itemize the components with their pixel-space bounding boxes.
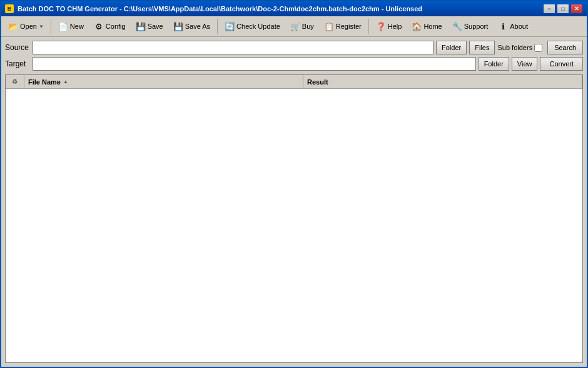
title-bar-left: B Batch DOC TO CHM Generator - C:\Users\… [5, 4, 422, 13]
separator-2 [217, 19, 218, 34]
col-header-filename[interactable]: File Name ▲ [24, 75, 303, 88]
register-button[interactable]: 📋 Register [320, 19, 366, 34]
save-as-label: Save As [185, 23, 210, 30]
table-body [6, 89, 582, 362]
config-label: Config [106, 23, 126, 30]
maximize-button[interactable]: □ [557, 4, 569, 14]
home-icon: 🏠 [412, 21, 422, 31]
home-button[interactable]: 🏠 Home [407, 19, 446, 34]
open-group: 📂 Open ▼ [4, 19, 48, 34]
separator-3 [368, 19, 369, 34]
separator-1 [51, 19, 51, 34]
save-as-button[interactable]: 💾 Save As [169, 19, 215, 34]
target-view-button[interactable]: View [512, 57, 538, 71]
config-icon: ⚙ [94, 21, 104, 31]
support-label: Support [464, 23, 489, 30]
table-header: ♻ File Name ▲ Result [6, 75, 582, 89]
help-button[interactable]: ❓ Help [372, 19, 407, 34]
search-button[interactable]: Search [547, 41, 583, 54]
open-icon: 📂 [8, 21, 18, 31]
source-label: Source [5, 43, 30, 52]
register-label: Register [336, 23, 362, 30]
source-input[interactable] [33, 41, 433, 54]
target-input[interactable] [33, 57, 476, 71]
check-update-label: Check Update [236, 23, 280, 30]
window-title: Batch DOC TO CHM Generator - C:\Users\VM… [18, 5, 422, 13]
about-icon: ℹ [498, 21, 508, 31]
app-icon: B [5, 4, 14, 13]
new-icon: 📄 [58, 21, 68, 31]
source-files-button[interactable]: Files [469, 41, 495, 54]
subfolders-checkbox[interactable] [534, 44, 542, 52]
target-row: Target Folder View Convert [5, 57, 583, 71]
open-dropdown-arrow: ▼ [39, 24, 44, 29]
title-bar-controls: − □ ✕ [543, 4, 583, 14]
buy-icon: 🛒 [290, 21, 300, 31]
target-label: Target [5, 59, 30, 68]
recycle-icon: ♻ [12, 78, 18, 85]
buy-label: Buy [302, 23, 314, 30]
save-label: Save [148, 23, 163, 30]
content-area: Source Folder Files Sub folders Search T… [1, 37, 587, 367]
register-icon: 📋 [324, 21, 334, 31]
target-folder-button[interactable]: Folder [479, 57, 509, 71]
save-icon: 💾 [136, 21, 146, 31]
config-button[interactable]: ⚙ Config [89, 19, 130, 34]
source-folder-button[interactable]: Folder [436, 41, 467, 54]
col-header-icon: ♻ [6, 75, 24, 88]
check-update-icon: 🔄 [225, 21, 235, 31]
subfolders-label: Sub folders [497, 44, 542, 52]
new-label: New [70, 23, 84, 30]
about-button[interactable]: ℹ About [494, 19, 532, 34]
minimize-button[interactable]: − [543, 4, 555, 14]
open-button[interactable]: 📂 Open ▼ [4, 19, 48, 34]
source-row: Source Folder Files Sub folders Search [5, 41, 583, 54]
help-label: Help [388, 23, 402, 30]
toolbar: 📂 Open ▼ 📄 New ⚙ Config 💾 Save 💾 Save As… [1, 16, 587, 37]
support-button[interactable]: 🔧 Support [448, 19, 493, 34]
main-window: B Batch DOC TO CHM Generator - C:\Users\… [0, 0, 588, 368]
save-as-icon: 💾 [173, 21, 183, 31]
about-label: About [510, 23, 528, 30]
title-bar: B Batch DOC TO CHM Generator - C:\Users\… [1, 1, 587, 16]
home-label: Home [423, 23, 442, 30]
convert-button[interactable]: Convert [540, 57, 583, 71]
support-icon: 🔧 [452, 21, 462, 31]
close-button[interactable]: ✕ [570, 4, 583, 14]
open-label: Open [20, 23, 37, 30]
help-icon: ❓ [376, 21, 386, 31]
col-header-result[interactable]: Result [303, 75, 582, 88]
new-button[interactable]: 📄 New [54, 19, 88, 34]
file-table: ♻ File Name ▲ Result [5, 74, 583, 363]
save-button[interactable]: 💾 Save [131, 19, 168, 34]
check-update-button[interactable]: 🔄 Check Update [220, 19, 285, 34]
filename-sort-icon: ▲ [63, 79, 68, 84]
buy-button[interactable]: 🛒 Buy [286, 19, 318, 34]
